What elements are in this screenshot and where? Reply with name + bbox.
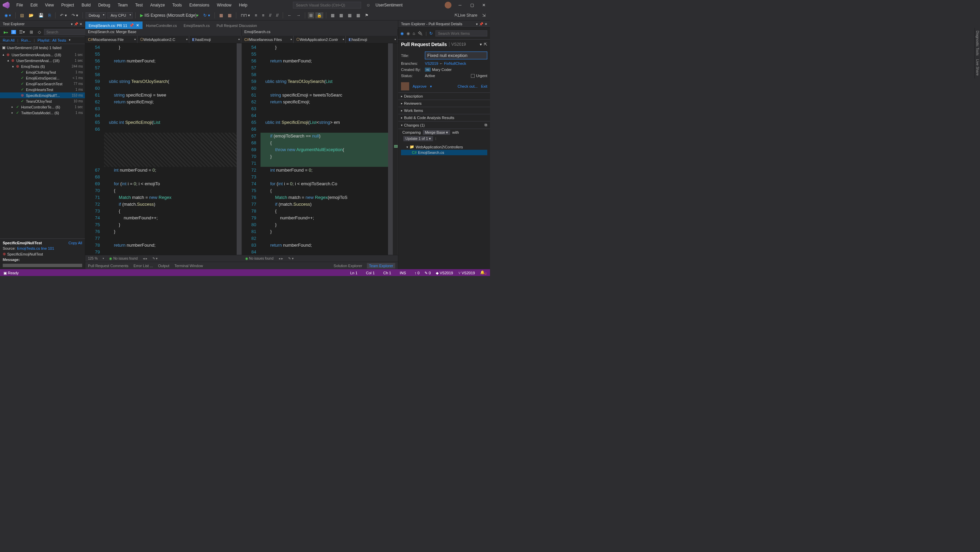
- code-pane-left[interactable]: 5455565758596061626364656667686970717273…: [85, 43, 242, 255]
- nav-combo[interactable]: C# Miscellaneous Files: [242, 36, 294, 43]
- run-all-link[interactable]: Run All: [3, 38, 15, 42]
- status-tool-right[interactable]: ✎ ▾: [288, 257, 294, 260]
- nav-combo[interactable]: ◧ hasEmoji: [189, 36, 242, 43]
- undo-icon[interactable]: ↶ ▾: [58, 12, 68, 19]
- status-ins[interactable]: INS: [399, 271, 406, 275]
- pr-title-input[interactable]: [425, 51, 487, 59]
- detail-scrollbar[interactable]: [3, 264, 82, 267]
- status-ln[interactable]: Ln 1: [350, 271, 357, 275]
- tool2-icon[interactable]: ▦: [337, 12, 345, 19]
- te-diag-icon[interactable]: ◇: [36, 29, 43, 35]
- status-repo[interactable]: ◆ VS2019: [436, 271, 453, 275]
- test-row[interactable]: ▲⊗UserSentimentAnal... (18)1 sec: [0, 57, 85, 64]
- nav-combo[interactable]: C# Miscellaneous File: [85, 36, 137, 43]
- new-icon[interactable]: ▤: [18, 12, 25, 19]
- te-filter-icon[interactable]: ☰▾: [18, 29, 27, 35]
- start-debug-button[interactable]: ▶ IIS Express (Microsoft Edge) ▾: [138, 12, 200, 19]
- browser-link-icon[interactable]: ▦: [218, 12, 225, 19]
- menu-tools[interactable]: Tools: [169, 2, 185, 9]
- test-row[interactable]: ▲⊗EmojiTests (6)244 ms: [0, 64, 85, 69]
- nav-combo[interactable]: ⬡ WebApplication2.C: [137, 36, 189, 43]
- nav-next-icon[interactable]: →: [294, 12, 302, 19]
- outdent-icon[interactable]: ≡: [260, 12, 266, 19]
- maximize-button[interactable]: ▢: [469, 2, 475, 8]
- status-changes[interactable]: ✎ 0: [425, 271, 431, 275]
- status-notifications[interactable]: 🔔2: [480, 270, 487, 275]
- scrollbar-left[interactable]: [237, 43, 242, 255]
- pr-file-row[interactable]: C# EmojiSearch.cs: [401, 150, 487, 155]
- approve-button[interactable]: Approve: [413, 84, 426, 88]
- te-panel-dropdown-icon[interactable]: ▾: [476, 22, 478, 26]
- code-pane-right[interactable]: 5455565758596061626364656667686970717273…: [242, 43, 398, 255]
- search-input[interactable]: [293, 2, 361, 8]
- work-items-search[interactable]: [436, 30, 487, 37]
- feedback-icon[interactable]: ☺: [366, 3, 370, 8]
- tool1-icon[interactable]: ▦: [329, 12, 336, 19]
- approve-menu-icon[interactable]: ▾: [430, 84, 432, 89]
- changes-section[interactable]: Changes (1) ⧉: [398, 121, 490, 129]
- test-row[interactable]: ▸✓TwitterDataModel... (6)1 ms: [0, 110, 85, 116]
- user-avatar[interactable]: [445, 2, 452, 8]
- te-plug-icon[interactable]: 🔌: [418, 31, 423, 36]
- test-row[interactable]: ⊗SpecificEmojiNullT...153 ms: [0, 93, 85, 98]
- nav-combo[interactable]: ⬡ WebApplication2.Contr: [294, 36, 346, 43]
- menu-help[interactable]: Help: [235, 2, 251, 9]
- pin-icon[interactable]: 📌: [129, 23, 134, 28]
- tool4-icon[interactable]: ▦: [355, 12, 362, 19]
- panel-close-icon[interactable]: ✕: [80, 22, 82, 26]
- nav-combo[interactable]: ◧ hasEmoji: [346, 36, 398, 43]
- checkout-link[interactable]: Check out...: [458, 84, 478, 88]
- menu-edit[interactable]: Edit: [27, 2, 41, 9]
- live-share-menu-icon[interactable]: ⇲: [480, 12, 487, 19]
- tool3-icon[interactable]: ▦: [346, 12, 353, 19]
- platform-combo[interactable]: Any CPU: [107, 12, 132, 18]
- status-ch[interactable]: Ch 1: [383, 271, 391, 275]
- copy-all-link[interactable]: Copy All: [68, 241, 82, 245]
- open-icon[interactable]: 📂: [27, 12, 35, 19]
- status-push[interactable]: ↑ 0: [415, 271, 420, 275]
- toggle1-icon[interactable]: ⊞: [308, 12, 314, 18]
- uncomment-icon[interactable]: //: [275, 12, 280, 19]
- menu-build[interactable]: Build: [78, 2, 94, 9]
- panel-pin-icon[interactable]: 📌: [74, 22, 78, 26]
- panel-dropdown-icon[interactable]: ▾: [71, 22, 73, 26]
- menu-window[interactable]: Window: [213, 2, 235, 9]
- status-nav-right[interactable]: ◂ ▸: [278, 257, 283, 260]
- config-combo[interactable]: Debug: [86, 12, 106, 18]
- test-row[interactable]: ✓TearsOfJoyTest10 ms: [0, 98, 85, 104]
- update-combo[interactable]: Update 1 of 1 ▾: [403, 136, 433, 141]
- source-link[interactable]: EmojiTests.cs line 101: [17, 246, 54, 250]
- comment-icon[interactable]: //: [267, 12, 273, 19]
- pr-header-dropdown-icon[interactable]: ▾: [480, 42, 482, 47]
- pr-section[interactable]: Build & Code Analysis Results: [398, 114, 490, 121]
- te-panel-close-icon[interactable]: ✕: [485, 22, 487, 26]
- menu-team[interactable]: Team: [114, 2, 131, 9]
- te-view-icon[interactable]: ⊞: [28, 29, 35, 35]
- toggle2-icon[interactable]: 🔒: [315, 12, 323, 18]
- pr-section[interactable]: Work Items: [398, 107, 490, 114]
- test-summary[interactable]: ▣UserSentiment (18 tests) 1 failed: [0, 44, 85, 51]
- menu-extensions[interactable]: Extensions: [186, 2, 213, 9]
- browser-link2-icon[interactable]: ▦: [226, 12, 233, 19]
- bottom-tab[interactable]: Error List ...: [134, 264, 153, 268]
- nav-back-icon[interactable]: ◉ ▾: [3, 12, 13, 19]
- run-link[interactable]: Run...: [21, 38, 31, 42]
- minimize-button[interactable]: ─: [457, 2, 463, 8]
- nav-prev-icon[interactable]: ←: [286, 12, 293, 19]
- save-all-icon[interactable]: ⎘: [47, 12, 52, 19]
- exit-link[interactable]: Exit: [481, 84, 487, 88]
- scrollbar-right[interactable]: [388, 43, 393, 255]
- target-branch[interactable]: VS2019: [425, 61, 438, 65]
- pr-section[interactable]: Reviewers: [398, 100, 490, 107]
- doc-tab[interactable]: Pull Request Discussion: [213, 22, 261, 29]
- te-panel-pin-icon[interactable]: 📌: [479, 22, 483, 26]
- refresh-icon[interactable]: ↻ ▾: [202, 12, 212, 19]
- changes-new-window-icon[interactable]: ⧉: [485, 123, 487, 127]
- te-group-icon[interactable]: ☰: [11, 30, 16, 34]
- menu-file[interactable]: File: [13, 2, 26, 9]
- bottom-tab[interactable]: Pull Request Comments: [88, 264, 129, 268]
- zoom-level[interactable]: 125 %: [88, 257, 97, 260]
- te-refresh-icon[interactable]: ↻: [429, 31, 433, 36]
- test-row[interactable]: ✓EmojiExtraSpecial...< 1 ms: [0, 75, 85, 81]
- urgent-checkbox[interactable]: [471, 74, 475, 78]
